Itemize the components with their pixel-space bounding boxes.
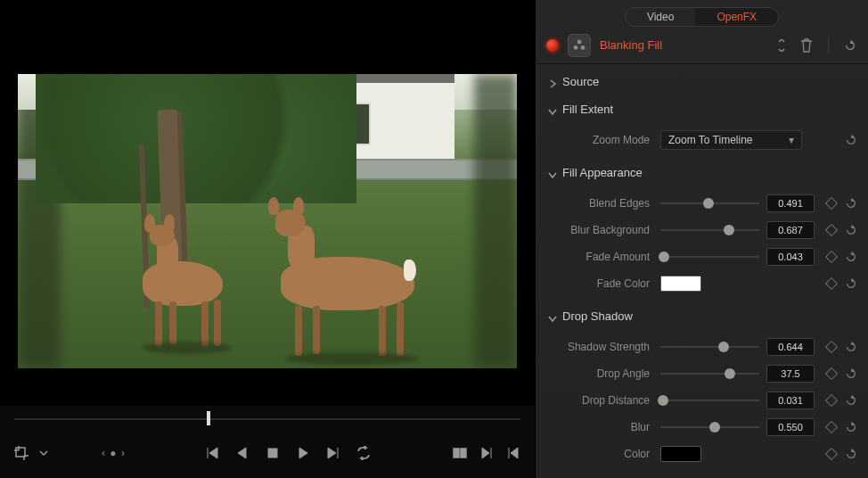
- fade-amount-value[interactable]: 0.043: [766, 248, 815, 266]
- row-blend-edges: Blend Edges 0.491: [546, 190, 857, 217]
- svg-rect-2: [454, 449, 459, 457]
- sort-icon[interactable]: [774, 38, 789, 53]
- effect-enable-toggle[interactable]: [546, 39, 559, 52]
- blur-value[interactable]: 0.550: [766, 418, 815, 436]
- blend-edges-value[interactable]: 0.491: [766, 194, 815, 212]
- param-label: Drop Angle: [546, 367, 653, 380]
- match-frame-button[interactable]: [451, 444, 469, 462]
- section-title: Fill Appearance: [562, 166, 643, 179]
- param-label: Drop Distance: [546, 394, 653, 407]
- reset-icon[interactable]: [845, 224, 857, 236]
- tab-openfx[interactable]: OpenFX: [695, 8, 778, 26]
- zoom-mode-select[interactable]: Zoom To Timeline ▾: [660, 130, 802, 150]
- keyframe-icon[interactable]: [825, 448, 838, 460]
- select-value: Zoom To Timeline: [668, 134, 752, 146]
- row-fade-amount: Fade Amount 0.043: [546, 243, 857, 270]
- chevron-down-icon: ▾: [789, 134, 794, 146]
- stop-button[interactable]: [264, 444, 282, 462]
- inspector-panel: Video OpenFX Blanking Fill Source: [535, 0, 868, 478]
- prev-clip-button[interactable]: [504, 444, 522, 462]
- svg-point-6: [581, 45, 585, 50]
- fade-color-swatch[interactable]: [660, 276, 701, 292]
- section-header-fill-appearance[interactable]: Fill Appearance: [536, 159, 868, 186]
- keyframe-icon[interactable]: [825, 224, 838, 236]
- last-frame-button[interactable]: [324, 444, 342, 462]
- reset-icon[interactable]: [845, 277, 857, 290]
- section-title: Drop Shadow: [562, 309, 633, 323]
- reset-icon[interactable]: [845, 197, 857, 210]
- chevron-down-icon: [548, 312, 557, 321]
- shadow-color-swatch[interactable]: [660, 446, 701, 462]
- reset-icon[interactable]: [845, 448, 857, 460]
- param-label: Blend Edges: [546, 197, 653, 210]
- viewer-panel: ‹ ● ›: [0, 0, 535, 478]
- chevron-down-icon: [548, 169, 557, 177]
- row-zoom-mode: Zoom Mode Zoom To Timeline ▾: [546, 127, 857, 153]
- fade-amount-slider[interactable]: [660, 249, 759, 265]
- shadow-strength-slider[interactable]: [660, 339, 759, 355]
- blur-slider[interactable]: [660, 419, 759, 435]
- param-label: Shadow Strength: [546, 341, 653, 353]
- loop-button[interactable]: [355, 444, 373, 462]
- param-label: Blur Background: [546, 224, 653, 236]
- drop-distance-value[interactable]: 0.031: [766, 391, 815, 409]
- shadow-strength-value[interactable]: 0.644: [766, 338, 815, 356]
- play-reverse-button[interactable]: [233, 444, 251, 462]
- transport-bar: ‹ ● ›: [0, 433, 535, 474]
- svg-rect-1: [268, 449, 277, 457]
- reset-all-icon[interactable]: [843, 38, 857, 53]
- blend-edges-slider[interactable]: [660, 195, 759, 211]
- play-button[interactable]: [294, 444, 312, 462]
- drop-distance-slider[interactable]: [660, 392, 759, 408]
- reset-icon[interactable]: [845, 251, 857, 263]
- chevron-down-icon[interactable]: [39, 444, 48, 462]
- mark-controls[interactable]: ‹ ● ›: [102, 447, 126, 459]
- effect-type-icon[interactable]: [568, 34, 591, 57]
- keyframe-icon[interactable]: [825, 197, 838, 210]
- drop-angle-value[interactable]: 37.5: [766, 365, 815, 383]
- trash-icon[interactable]: [799, 38, 814, 53]
- keyframe-icon[interactable]: [825, 394, 838, 407]
- reset-icon[interactable]: [845, 394, 857, 407]
- first-frame-button[interactable]: [203, 444, 221, 462]
- chevron-right-icon: [548, 78, 557, 87]
- blur-background-slider[interactable]: [660, 222, 759, 238]
- blur-background-value[interactable]: 0.687: [766, 221, 815, 239]
- keyframe-icon[interactable]: [825, 277, 838, 290]
- next-clip-button[interactable]: [478, 444, 495, 462]
- row-fade-color: Fade Color: [546, 270, 857, 297]
- keyframe-icon[interactable]: [825, 341, 838, 353]
- keyframe-icon[interactable]: [825, 367, 838, 380]
- reset-icon[interactable]: [845, 367, 857, 380]
- effect-header: Blanking Fill: [536, 27, 868, 64]
- section-header-source[interactable]: Source: [536, 68, 868, 95]
- row-blur-background: Blur Background 0.687: [546, 217, 857, 243]
- row-drop-angle: Drop Angle 37.5: [546, 360, 857, 387]
- svg-point-4: [577, 39, 582, 44]
- deer-graphic: [134, 230, 241, 346]
- reset-icon[interactable]: [845, 421, 857, 433]
- reset-icon[interactable]: [845, 341, 857, 353]
- param-label: Fade Amount: [546, 251, 653, 263]
- row-shadow-color: Color: [546, 441, 857, 467]
- section-header-drop-shadow[interactable]: Drop Shadow: [536, 302, 868, 330]
- keyframe-icon[interactable]: [825, 421, 838, 433]
- drop-angle-slider[interactable]: [660, 366, 759, 382]
- tab-video[interactable]: Video: [626, 8, 695, 26]
- viewer-canvas[interactable]: [0, 0, 535, 406]
- inspector-tabs: Video OpenFX: [536, 0, 868, 27]
- keyframe-icon[interactable]: [825, 251, 838, 263]
- svg-point-5: [574, 45, 578, 50]
- param-label: Color: [546, 448, 653, 460]
- crop-icon[interactable]: [12, 444, 30, 462]
- row-drop-distance: Drop Distance 0.031: [546, 387, 857, 414]
- playhead[interactable]: [207, 411, 210, 425]
- svg-rect-3: [461, 449, 466, 457]
- reset-icon[interactable]: [845, 134, 857, 146]
- video-frame: [18, 74, 517, 368]
- section-title: Source: [562, 75, 599, 88]
- row-blur: Blur 0.550: [546, 414, 857, 441]
- viewer-timeline[interactable]: [0, 406, 535, 433]
- section-header-fill-extent[interactable]: Fill Extent: [536, 95, 868, 123]
- param-label: Blur: [546, 421, 653, 433]
